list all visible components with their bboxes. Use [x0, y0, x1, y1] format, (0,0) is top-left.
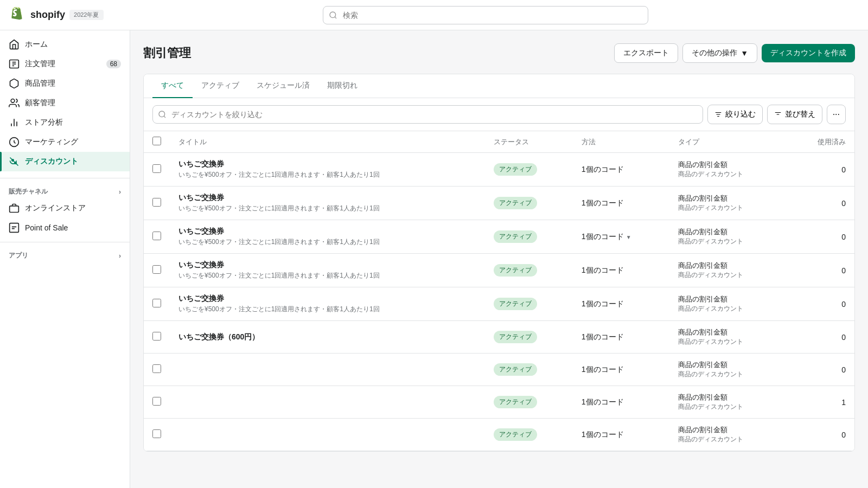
- row-type-cell-3: 商品の割引金額 商品のディスカウント: [669, 254, 788, 287]
- row-type-cell-7: 商品の割引金額 商品のディスカウント: [669, 386, 788, 419]
- row-type-sub-0: 商品のディスカウント: [678, 170, 780, 179]
- sidebar-item-discounts[interactable]: ディスカウント: [0, 152, 130, 171]
- row-type-sub-5: 商品のディスカウント: [678, 337, 780, 346]
- row-title-cell-6[interactable]: [170, 354, 485, 386]
- row-title-cell-2[interactable]: いちご交換券 いちごを¥500オフ・注文ごとに1回適用されます・顧客1人あたり1…: [170, 220, 485, 254]
- export-button[interactable]: エクスポート: [614, 43, 678, 63]
- select-all-checkbox[interactable]: [152, 137, 161, 145]
- row-status-cell-7: アクティブ: [485, 386, 573, 419]
- row-type-cell-0: 商品の割引金額 商品のディスカウント: [669, 153, 788, 187]
- sales-channels-section: 販売チャネル › オンラインストア Point of Sale: [0, 178, 130, 237]
- row-subtitle-3: いちごを¥500オフ・注文ごとに1回適用されます・顧客1人あたり1回: [178, 271, 476, 280]
- row-type-sub-2: 商品のディスカウント: [678, 237, 780, 246]
- sort-button[interactable]: 並び替え: [767, 105, 822, 124]
- sidebar-item-orders[interactable]: 注文管理 68: [0, 54, 130, 74]
- version-badge: 2022年夏: [69, 10, 103, 20]
- row-type-main-7: 商品の割引金額: [678, 393, 780, 402]
- sidebar-item-customers[interactable]: 顧客管理: [0, 93, 130, 113]
- row-usage-cell-1: 0: [789, 187, 854, 220]
- table-row: いちご交換券 いちごを¥500オフ・注文ごとに1回適用されます・顧客1人あたり1…: [144, 187, 854, 220]
- apps-expand-icon[interactable]: ›: [119, 252, 121, 260]
- row-title-cell-5[interactable]: いちご交換券（600円）: [170, 321, 485, 354]
- main-nav: ホーム 注文管理 68 商品管理 顧: [0, 35, 130, 171]
- row-usage-cell-4: 0: [789, 287, 854, 321]
- row-type-main-5: 商品の割引金額: [678, 328, 780, 337]
- sidebar-item-orders-label: 注文管理: [25, 59, 55, 69]
- row-title-cell-0[interactable]: いちご交換券 いちごを¥500オフ・注文ごとに1回適用されます・顧客1人あたり1…: [170, 153, 485, 187]
- row-checkbox-2[interactable]: [152, 232, 161, 240]
- tab-active[interactable]: アクティブ: [193, 74, 248, 98]
- tab-scheduled[interactable]: スケジュール済: [248, 74, 318, 98]
- row-checkbox-cell: [144, 354, 170, 386]
- header-actions: エクスポート その他の操作 ▼ ディスカウントを作成: [614, 43, 855, 63]
- row-title-cell-4[interactable]: いちご交換券 いちごを¥500オフ・注文ごとに1回適用されます・顧客1人あたり1…: [170, 287, 485, 321]
- row-title-4: いちご交換券: [178, 294, 476, 304]
- method-dropdown-icon[interactable]: ▼: [626, 234, 631, 240]
- page-header: 割引管理 エクスポート その他の操作 ▼ ディスカウントを作成: [143, 43, 855, 63]
- row-checkbox-4[interactable]: [152, 299, 161, 307]
- create-discount-button[interactable]: ディスカウントを作成: [762, 44, 855, 62]
- page-title: 割引管理: [143, 45, 191, 61]
- sidebar-item-products[interactable]: 商品管理: [0, 74, 130, 93]
- row-title-cell-8[interactable]: [170, 419, 485, 451]
- table-toolbar: 絞り込む 並び替え ···: [144, 98, 854, 131]
- discounts-icon: [9, 156, 20, 167]
- row-checkbox-8[interactable]: [152, 429, 161, 438]
- sidebar-item-online-store[interactable]: オンラインストア: [0, 198, 130, 218]
- row-checkbox-3[interactable]: [152, 265, 161, 274]
- filter-button[interactable]: 絞り込む: [707, 105, 763, 124]
- row-method-cell-8: 1個のコード: [573, 419, 670, 451]
- row-usage-cell-6: 0: [789, 354, 854, 386]
- th-usage: 使用済み: [789, 131, 854, 153]
- brand-name: shopify: [30, 9, 65, 21]
- row-checkbox-6[interactable]: [152, 364, 161, 373]
- row-type-cell-5: 商品の割引金額 商品のディスカウント: [669, 321, 788, 354]
- more-actions-button[interactable]: ···: [827, 105, 846, 124]
- sidebar-item-analytics[interactable]: ストア分析: [0, 113, 130, 132]
- sales-channels-label: 販売チャネル ›: [0, 183, 130, 198]
- sidebar-item-pos[interactable]: Point of Sale: [0, 218, 130, 237]
- sales-channels-expand-icon[interactable]: ›: [119, 188, 121, 196]
- row-title-1: いちご交換券: [178, 193, 476, 203]
- status-badge-4: アクティブ: [494, 298, 537, 310]
- th-title: タイトル: [170, 131, 485, 153]
- sidebar-item-discounts-label: ディスカウント: [25, 157, 78, 166]
- sidebar-item-customers-label: 顧客管理: [25, 98, 55, 108]
- row-status-cell-4: アクティブ: [485, 287, 573, 321]
- status-badge-8: アクティブ: [494, 428, 537, 441]
- filter-icon: [714, 111, 722, 118]
- row-title-3: いちご交換券: [178, 260, 476, 270]
- row-type-cell-4: 商品の割引金額 商品のディスカウント: [669, 287, 788, 321]
- tab-expired[interactable]: 期限切れ: [318, 74, 366, 98]
- row-method-cell-5: 1個のコード: [573, 321, 670, 354]
- search-input[interactable]: [323, 6, 648, 24]
- topbar: shopify 2022年夏: [0, 0, 868, 30]
- row-title-0: いちご交換券: [178, 159, 476, 169]
- apps-label: アプリ ›: [0, 247, 130, 262]
- row-usage-cell-5: 0: [789, 321, 854, 354]
- row-type-cell-2: 商品の割引金額 商品のディスカウント: [669, 220, 788, 254]
- row-title-cell-7[interactable]: [170, 386, 485, 419]
- row-title-cell-1[interactable]: いちご交換券 いちごを¥500オフ・注文ごとに1回適用されます・顧客1人あたり1…: [170, 187, 485, 220]
- row-usage-cell-8: 0: [789, 419, 854, 451]
- row-checkbox-0[interactable]: [152, 164, 161, 173]
- row-checkbox-1[interactable]: [152, 198, 161, 207]
- row-title-cell-3[interactable]: いちご交換券 いちごを¥500オフ・注文ごとに1回適用されます・顧客1人あたり1…: [170, 254, 485, 287]
- row-type-sub-1: 商品のディスカウント: [678, 203, 780, 213]
- home-icon: [9, 39, 20, 50]
- customers-icon: [9, 98, 20, 108]
- status-badge-0: アクティブ: [494, 163, 537, 176]
- row-type-main-4: 商品の割引金額: [678, 294, 780, 304]
- row-checkbox-5[interactable]: [152, 332, 161, 341]
- sidebar-item-home[interactable]: ホーム: [0, 35, 130, 54]
- orders-badge: 68: [106, 60, 121, 68]
- row-type-sub-6: 商品のディスカウント: [678, 370, 780, 379]
- svg-rect-12: [10, 206, 19, 213]
- row-checkbox-7[interactable]: [152, 397, 161, 406]
- row-type-cell-1: 商品の割引金額 商品のディスカウント: [669, 187, 788, 220]
- filter-input[interactable]: [152, 105, 703, 124]
- other-actions-button[interactable]: その他の操作 ▼: [682, 43, 757, 63]
- tab-all[interactable]: すべて: [152, 74, 193, 98]
- sidebar-item-marketing[interactable]: マーケティング: [0, 132, 130, 152]
- table-row: いちご交換券 いちごを¥500オフ・注文ごとに1回適用されます・顧客1人あたり1…: [144, 220, 854, 254]
